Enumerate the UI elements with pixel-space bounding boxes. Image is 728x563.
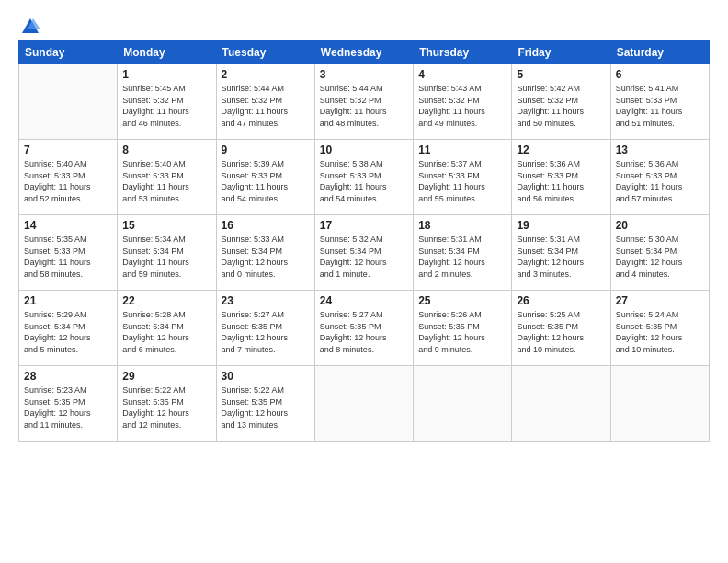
day-number: 16: [222, 219, 310, 232]
header: [18, 17, 710, 33]
day-info: Sunrise: 5:42 AMSunset: 5:32 PMDaylight:…: [517, 83, 605, 129]
day-info: Sunrise: 5:22 AMSunset: 5:35 PMDaylight:…: [222, 385, 310, 431]
day-number: 22: [122, 294, 210, 307]
day-info: Sunrise: 5:26 AMSunset: 5:35 PMDaylight:…: [418, 309, 506, 355]
day-number: 20: [616, 219, 704, 232]
calendar-cell: 8Sunrise: 5:40 AMSunset: 5:33 PMDaylight…: [118, 140, 216, 215]
day-info: Sunrise: 5:31 AMSunset: 5:34 PMDaylight:…: [517, 234, 605, 280]
calendar-cell: 6Sunrise: 5:41 AMSunset: 5:33 PMDaylight…: [610, 64, 709, 140]
calendar-cell: 16Sunrise: 5:33 AMSunset: 5:34 PMDayligh…: [216, 215, 314, 291]
logo: [18, 17, 40, 33]
day-info: Sunrise: 5:43 AMSunset: 5:32 PMDaylight:…: [418, 83, 506, 129]
day-info: Sunrise: 5:45 AMSunset: 5:32 PMDaylight:…: [122, 83, 210, 129]
day-info: Sunrise: 5:25 AMSunset: 5:35 PMDaylight:…: [517, 309, 605, 355]
day-number: 8: [122, 144, 210, 156]
weekday-header-sunday: Sunday: [19, 41, 118, 64]
day-number: 10: [320, 144, 408, 156]
calendar-table: SundayMondayTuesdayWednesdayThursdayFrid…: [18, 40, 710, 442]
day-info: Sunrise: 5:37 AMSunset: 5:33 PMDaylight:…: [418, 158, 506, 204]
day-number: 4: [418, 68, 506, 81]
day-number: 1: [122, 68, 210, 81]
calendar-cell: [19, 64, 118, 140]
day-number: 29: [122, 370, 210, 383]
day-number: 7: [24, 144, 112, 156]
calendar-week-1: 1Sunrise: 5:45 AMSunset: 5:32 PMDaylight…: [19, 64, 710, 140]
calendar-cell: 24Sunrise: 5:27 AMSunset: 5:35 PMDayligh…: [314, 291, 413, 366]
day-number: 2: [222, 68, 310, 81]
calendar-cell: 11Sunrise: 5:37 AMSunset: 5:33 PMDayligh…: [414, 140, 512, 215]
day-number: 5: [517, 68, 605, 81]
day-info: Sunrise: 5:39 AMSunset: 5:33 PMDaylight:…: [222, 158, 310, 204]
day-info: Sunrise: 5:38 AMSunset: 5:33 PMDaylight:…: [320, 158, 408, 204]
day-info: Sunrise: 5:30 AMSunset: 5:34 PMDaylight:…: [616, 234, 704, 280]
calendar-cell: 29Sunrise: 5:22 AMSunset: 5:35 PMDayligh…: [118, 366, 216, 442]
weekday-header-thursday: Thursday: [414, 41, 512, 64]
day-number: 23: [222, 294, 310, 307]
day-number: 30: [222, 370, 310, 383]
day-info: Sunrise: 5:32 AMSunset: 5:34 PMDaylight:…: [320, 234, 408, 280]
calendar-cell: 15Sunrise: 5:34 AMSunset: 5:34 PMDayligh…: [118, 215, 216, 291]
day-number: 26: [517, 294, 605, 307]
day-number: 12: [517, 144, 605, 156]
day-number: 6: [616, 68, 704, 81]
calendar-cell: 2Sunrise: 5:44 AMSunset: 5:32 PMDaylight…: [216, 64, 314, 140]
day-number: 28: [24, 370, 112, 383]
calendar-week-3: 14Sunrise: 5:35 AMSunset: 5:33 PMDayligh…: [19, 215, 710, 291]
calendar-cell: 13Sunrise: 5:36 AMSunset: 5:33 PMDayligh…: [610, 140, 709, 215]
day-info: Sunrise: 5:40 AMSunset: 5:33 PMDaylight:…: [122, 158, 210, 204]
day-number: 17: [320, 219, 408, 232]
calendar-week-2: 7Sunrise: 5:40 AMSunset: 5:33 PMDaylight…: [19, 140, 710, 215]
day-info: Sunrise: 5:36 AMSunset: 5:33 PMDaylight:…: [616, 158, 704, 204]
calendar-cell: 5Sunrise: 5:42 AMSunset: 5:32 PMDaylight…: [512, 64, 610, 140]
day-number: 14: [24, 219, 112, 232]
day-number: 13: [616, 144, 704, 156]
day-info: Sunrise: 5:44 AMSunset: 5:32 PMDaylight:…: [320, 83, 408, 129]
calendar-cell: 9Sunrise: 5:39 AMSunset: 5:33 PMDaylight…: [216, 140, 314, 215]
calendar-cell: 7Sunrise: 5:40 AMSunset: 5:33 PMDaylight…: [19, 140, 118, 215]
day-info: Sunrise: 5:23 AMSunset: 5:35 PMDaylight:…: [24, 385, 112, 431]
page: SundayMondayTuesdayWednesdayThursdayFrid…: [0, 0, 728, 563]
calendar-cell: 20Sunrise: 5:30 AMSunset: 5:34 PMDayligh…: [610, 215, 709, 291]
calendar-cell: 19Sunrise: 5:31 AMSunset: 5:34 PMDayligh…: [512, 215, 610, 291]
day-info: Sunrise: 5:36 AMSunset: 5:33 PMDaylight:…: [517, 158, 605, 204]
calendar-cell: 14Sunrise: 5:35 AMSunset: 5:33 PMDayligh…: [19, 215, 118, 291]
day-info: Sunrise: 5:27 AMSunset: 5:35 PMDaylight:…: [320, 309, 408, 355]
calendar-cell: 4Sunrise: 5:43 AMSunset: 5:32 PMDaylight…: [414, 64, 512, 140]
calendar-cell: 10Sunrise: 5:38 AMSunset: 5:33 PMDayligh…: [314, 140, 413, 215]
weekday-header-saturday: Saturday: [610, 41, 709, 64]
day-number: 3: [320, 68, 408, 81]
day-number: 21: [24, 294, 112, 307]
calendar-cell: 17Sunrise: 5:32 AMSunset: 5:34 PMDayligh…: [314, 215, 413, 291]
weekday-header-friday: Friday: [512, 41, 610, 64]
day-number: 15: [122, 219, 210, 232]
calendar-week-4: 21Sunrise: 5:29 AMSunset: 5:34 PMDayligh…: [19, 291, 710, 366]
day-info: Sunrise: 5:34 AMSunset: 5:34 PMDaylight:…: [122, 234, 210, 280]
calendar-cell: 23Sunrise: 5:27 AMSunset: 5:35 PMDayligh…: [216, 291, 314, 366]
day-info: Sunrise: 5:35 AMSunset: 5:33 PMDaylight:…: [24, 234, 112, 280]
day-info: Sunrise: 5:33 AMSunset: 5:34 PMDaylight:…: [222, 234, 310, 280]
logo-icon: [20, 17, 40, 37]
calendar-cell: [610, 366, 709, 442]
calendar-header-row: SundayMondayTuesdayWednesdayThursdayFrid…: [19, 41, 710, 64]
day-info: Sunrise: 5:31 AMSunset: 5:34 PMDaylight:…: [418, 234, 506, 280]
day-info: Sunrise: 5:28 AMSunset: 5:34 PMDaylight:…: [122, 309, 210, 355]
calendar-cell: 21Sunrise: 5:29 AMSunset: 5:34 PMDayligh…: [19, 291, 118, 366]
calendar-week-5: 28Sunrise: 5:23 AMSunset: 5:35 PMDayligh…: [19, 366, 710, 442]
day-info: Sunrise: 5:41 AMSunset: 5:33 PMDaylight:…: [616, 83, 704, 129]
calendar-cell: [414, 366, 512, 442]
day-info: Sunrise: 5:29 AMSunset: 5:34 PMDaylight:…: [24, 309, 112, 355]
day-number: 19: [517, 219, 605, 232]
weekday-header-tuesday: Tuesday: [216, 41, 314, 64]
day-number: 25: [418, 294, 506, 307]
day-number: 11: [418, 144, 506, 156]
calendar-cell: [512, 366, 610, 442]
calendar-cell: 25Sunrise: 5:26 AMSunset: 5:35 PMDayligh…: [414, 291, 512, 366]
day-info: Sunrise: 5:40 AMSunset: 5:33 PMDaylight:…: [24, 158, 112, 204]
day-number: 24: [320, 294, 408, 307]
calendar-cell: 28Sunrise: 5:23 AMSunset: 5:35 PMDayligh…: [19, 366, 118, 442]
calendar-cell: 18Sunrise: 5:31 AMSunset: 5:34 PMDayligh…: [414, 215, 512, 291]
calendar-cell: 26Sunrise: 5:25 AMSunset: 5:35 PMDayligh…: [512, 291, 610, 366]
day-number: 9: [222, 144, 310, 156]
calendar-cell: 30Sunrise: 5:22 AMSunset: 5:35 PMDayligh…: [216, 366, 314, 442]
day-info: Sunrise: 5:27 AMSunset: 5:35 PMDaylight:…: [222, 309, 310, 355]
